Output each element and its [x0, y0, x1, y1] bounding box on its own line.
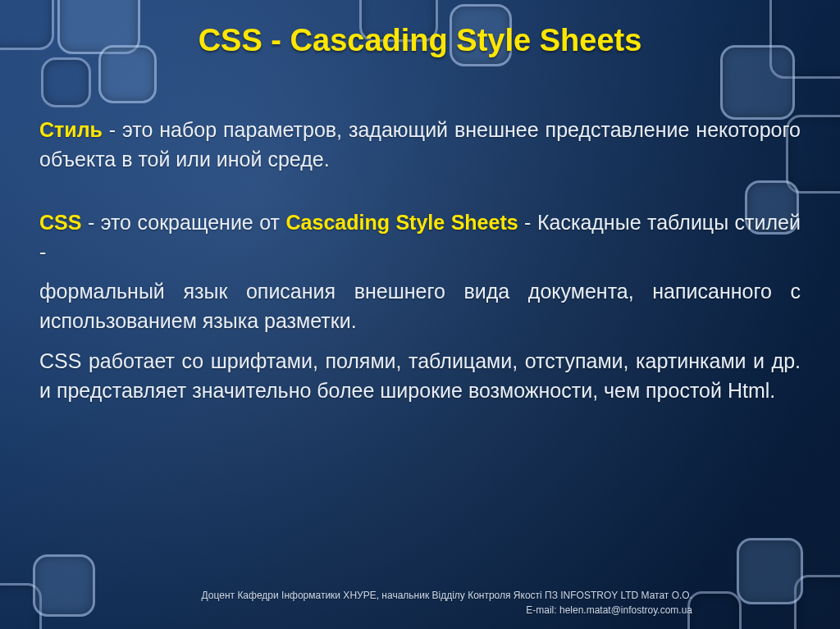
- slide-footer: Доцент Кафедри Інформатики ХНУРЕ, началь…: [202, 588, 692, 618]
- paragraph-css-works: CSS работает со шрифтами, полями, таблиц…: [39, 346, 801, 406]
- keyword-css: CSS: [39, 211, 81, 234]
- deco-square: [33, 554, 95, 617]
- paragraph-formal: формальный язык описания внешнего вида д…: [39, 276, 801, 336]
- deco-square: [41, 57, 91, 107]
- paragraph-style: Стиль - это набор параметров, задающий в…: [39, 115, 801, 175]
- footer-author: Доцент Кафедри Інформатики ХНУРЕ, началь…: [202, 588, 692, 603]
- slide: CSS - Cascading Style Sheets Стиль - это…: [0, 0, 840, 629]
- slide-title: CSS - Cascading Style Sheets: [0, 23, 840, 58]
- deco-square: [687, 591, 742, 629]
- footer-email: E-mail: helen.matat@infostroy.com.ua: [202, 603, 692, 618]
- keyword-style: Стиль: [39, 118, 103, 141]
- text: - это сокращение от: [81, 211, 285, 234]
- deco-square: [737, 538, 803, 604]
- paragraph-css-def: CSS - это сокращение от Cascading Style …: [39, 207, 801, 267]
- keyword-cascading: Cascading Style Sheets: [286, 211, 518, 234]
- text: - это набор параметров, задающий внешнее…: [39, 118, 801, 171]
- slide-body: Стиль - это набор параметров, задающий в…: [39, 115, 801, 415]
